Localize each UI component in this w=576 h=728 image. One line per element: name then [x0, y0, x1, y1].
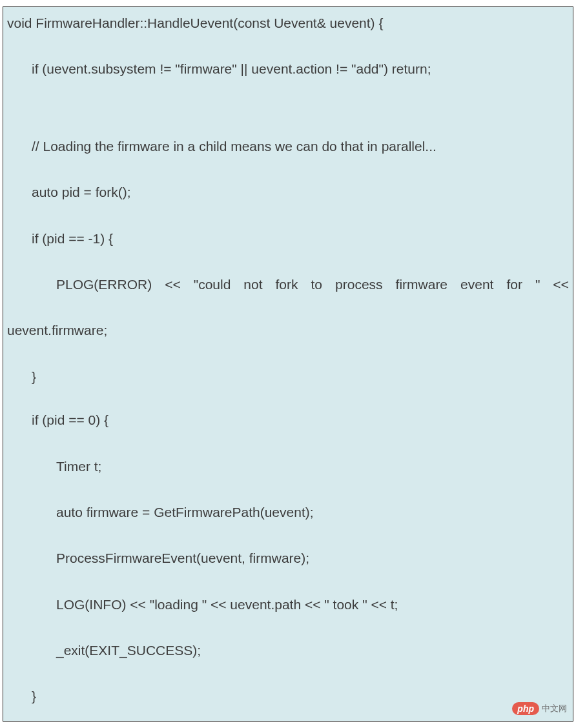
- code-line: auto firmware = GetFirmwarePath(uevent);: [3, 503, 573, 521]
- brand-text: 中文网: [542, 703, 567, 714]
- code-line: // Loading the firmware in a child means…: [3, 137, 573, 156]
- code-line: if (pid == -1) {: [3, 229, 573, 248]
- code-line: LOG(INFO) << "loading " << uevent.path <…: [3, 595, 573, 614]
- code-line: _exit(EXIT_SUCCESS);: [3, 641, 573, 660]
- code-line: void FirmwareHandler::HandleUevent(const…: [3, 7, 573, 32]
- code-line: if (uevent.subsystem != "firmware" || ue…: [3, 59, 573, 78]
- code-line: }: [3, 687, 573, 705]
- code-line: uevent.firmware;: [3, 321, 573, 339]
- watermark: php 中文网: [512, 702, 567, 715]
- brand-badge: php: [512, 702, 539, 715]
- code-line: Timer t;: [3, 457, 573, 476]
- code-line: if (pid == 0) {: [3, 410, 573, 429]
- code-line: }: [3, 367, 573, 386]
- code-container: void FirmwareHandler::HandleUevent(const…: [3, 6, 573, 722]
- code-line: ProcessFirmwareEvent(uevent, firmware);: [3, 549, 573, 567]
- code-line-justified: PLOG(ERROR) << "could not fork to proces…: [3, 275, 573, 294]
- code-line: auto pid = fork();: [3, 183, 573, 201]
